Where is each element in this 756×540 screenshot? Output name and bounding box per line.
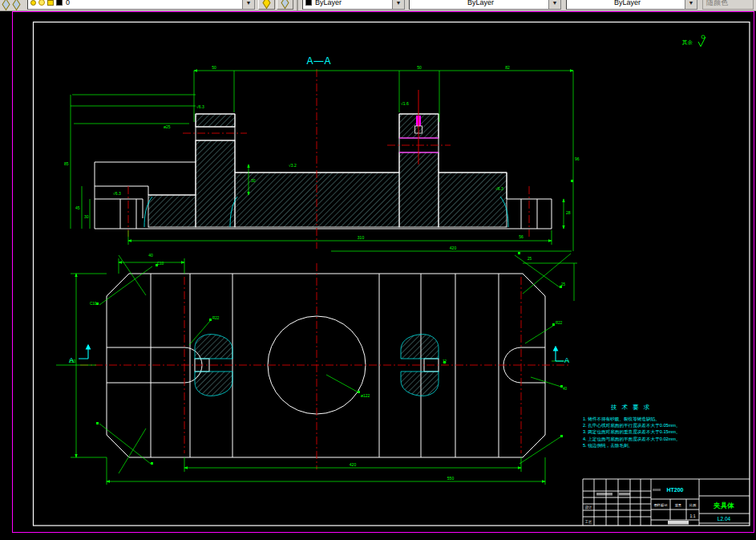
dim-label: 30: [84, 214, 89, 219]
chevron-down-icon[interactable]: ▼: [242, 0, 254, 9]
dim-label: R22: [212, 316, 220, 320]
dim-label: 40: [148, 253, 153, 258]
layer-manager-icon[interactable]: [2, 0, 23, 11]
layer-dropdown[interactable]: 0 ▼: [27, 0, 255, 10]
note-item: 3. 两定位面对底面的垂直度误差不大于0.15mm。: [583, 429, 681, 435]
sun-icon: [38, 0, 45, 6]
layer-name: 0: [63, 0, 242, 6]
roughness-label: √3.2: [289, 163, 297, 168]
dim-label: 40: [563, 387, 568, 391]
dim-label: 550: [447, 476, 455, 481]
notes-title: 技 术 要 求: [610, 404, 651, 411]
dim-label: C10: [90, 302, 97, 306]
lineweight-control-dropdown[interactable]: ByLayer ▼: [566, 0, 697, 10]
dim-label: 25: [528, 257, 532, 261]
process-label: 工艺: [585, 519, 593, 524]
color-control-dropdown[interactable]: ByLayer ▼: [302, 0, 405, 10]
surface-note-label: 其余: [681, 39, 693, 46]
roughness-label: √6.3: [495, 186, 503, 191]
dim-label: 150: [69, 359, 76, 363]
linetype-value: ByLayer: [410, 0, 548, 6]
titleblock-smudge: [653, 489, 661, 491]
scale-value: 1:1: [690, 514, 696, 518]
section-marker-right: A: [564, 356, 569, 364]
layer-previous-button[interactable]: [277, 0, 293, 10]
color-swatch-icon: [56, 0, 63, 6]
weight-label: 重量: [675, 503, 681, 507]
roughness-label: √6.3: [113, 191, 121, 196]
dim-label: 12: [443, 359, 447, 363]
company-name-blur: [668, 521, 689, 525]
linetype-control-dropdown[interactable]: ByLayer ▼: [409, 0, 561, 10]
dim-label: 82: [505, 65, 510, 70]
object-properties-toolbar: 0 ▼ ByLayer ▼ ByLayer ▼ ByLayer ▼ 随颜色: [0, 0, 756, 11]
lineweight-value: ByLayer: [567, 0, 685, 6]
note-item: 1. 铸件不得有砂眼、裂纹等铸造缺陷。: [583, 416, 660, 422]
dim-label: 28: [566, 210, 571, 215]
chevron-down-icon[interactable]: ▼: [392, 0, 404, 9]
dim-label: 30: [251, 178, 256, 183]
dim-label: 96: [575, 156, 580, 161]
model-space-background: [0, 0, 756, 540]
dim-label: C10: [157, 262, 164, 266]
dim-label: R22: [556, 321, 563, 325]
dim-label: ø25: [164, 124, 171, 129]
titleblock-smudge: [596, 493, 612, 496]
plot-style-value: 随颜色: [703, 0, 753, 8]
part-name: 夹具体: [713, 501, 734, 510]
dim-label: 310: [358, 235, 365, 240]
color-value: ByLayer: [312, 0, 392, 6]
lock-icon: [47, 0, 54, 6]
toolbar-separator: [297, 0, 298, 10]
dim-label: 50: [212, 65, 216, 70]
section-view-label: A—A: [306, 55, 331, 67]
make-object-layer-current-button[interactable]: [258, 0, 275, 10]
dim-label: 45: [75, 205, 80, 210]
material-value: HT200: [666, 487, 683, 493]
plot-style-control-dropdown: 随颜色: [702, 0, 754, 10]
dim-label: 25: [561, 282, 566, 286]
dim-label: 56: [519, 234, 524, 239]
note-item: 4. 上定位面与底面的平面度误差不大于0.02mm。: [583, 436, 681, 442]
application-window: 0 ▼ ByLayer ▼ ByLayer ▼ ByLayer ▼ 随颜色: [0, 0, 756, 540]
current-color-swatch-icon: [305, 0, 312, 6]
drawing-number: L2.04: [718, 516, 731, 522]
dim-label: ø122: [361, 393, 370, 398]
note-item: 5. 锐边倒钝，去除毛刺。: [583, 443, 633, 449]
dim-label: 50: [417, 65, 422, 70]
dim-label: 420: [350, 462, 357, 467]
design-label: 设计: [585, 505, 593, 510]
dim-label: 420: [450, 246, 457, 250]
bulb-icon: [30, 0, 36, 6]
roughness-label: √1.6: [401, 101, 409, 106]
chevron-down-icon[interactable]: ▼: [685, 0, 697, 9]
titleblock-smudge: [619, 493, 630, 496]
note-item: 2. 孔中心线对底面的平行度误差不大于0.05mm。: [583, 423, 681, 428]
chevron-down-icon[interactable]: ▼: [548, 0, 560, 9]
dim-label: 85: [64, 161, 69, 166]
roughness-label: √6.3: [196, 104, 204, 109]
drawing-canvas[interactable]: A A A—A 其余 技 术 要 求 1. 铸件不得有砂眼、裂纹等铸造缺陷。2.…: [0, 0, 756, 540]
